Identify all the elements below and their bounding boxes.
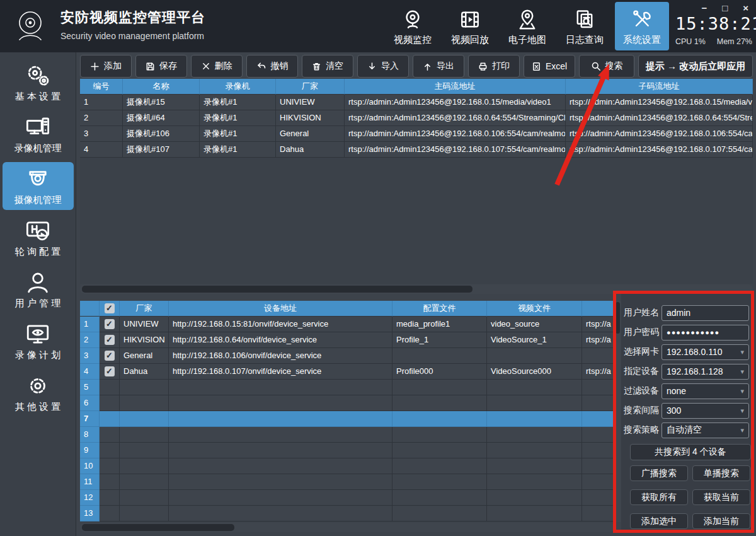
cell-vendor: UNIVIEW <box>276 95 345 110</box>
nav-item-video-monitor[interactable]: 视频监控 <box>386 0 440 52</box>
minimize-button[interactable]: − <box>701 3 707 14</box>
cell-checkbox[interactable]: ✓ <box>100 332 120 348</box>
device-row[interactable]: 3 ✓ General http://192.168.0.106/onvif/d… <box>80 348 614 364</box>
sidebar-item-camera-management[interactable]: 摄像机管理 <box>3 162 74 210</box>
cell-sub-stream: rtsp://admin:Admin123456@192.168.0.106:5… <box>566 126 753 142</box>
camera-row[interactable]: 4 摄像机#107 录像机#1 Dahua rtsp://admin:Admin… <box>80 142 753 158</box>
sidebar-item-basic-settings[interactable]: 基 本 设 置 <box>3 59 74 107</box>
print-button[interactable]: 打印 <box>468 55 520 78</box>
undo-button[interactable]: 撤销 <box>246 55 298 78</box>
unicast-search-button[interactable]: 单播搜索 <box>692 465 750 481</box>
col-header-main-stream[interactable]: 主码流地址 <box>345 79 566 95</box>
cell-num: 9 <box>80 443 100 458</box>
device-row[interactable]: 10 <box>80 458 614 474</box>
cell-checkbox[interactable]: ✓ <box>100 348 120 364</box>
device-row[interactable]: 13 <box>80 506 614 521</box>
import-button[interactable]: 导入 <box>357 55 409 78</box>
add-button[interactable]: 添加 <box>80 55 132 78</box>
device-row[interactable]: 12 <box>80 490 614 506</box>
row-checkbox[interactable]: ✓ <box>105 335 115 345</box>
device-table-vscrollbar[interactable] <box>614 301 621 522</box>
app-title: 安防视频监控管理平台 <box>60 8 205 27</box>
row-checkbox[interactable]: ✓ <box>105 366 115 376</box>
username-input[interactable] <box>667 308 744 318</box>
cell-checkbox[interactable] <box>100 506 120 521</box>
scrollbar-thumb[interactable] <box>82 286 472 293</box>
save-button[interactable]: 保存 <box>135 55 187 78</box>
strategy-select[interactable]: 自动清空 ▾ <box>662 422 749 438</box>
add-selected-button[interactable]: 添加选中 <box>630 513 688 529</box>
cell-checkbox[interactable]: ✓ <box>100 364 120 380</box>
device-row[interactable]: 6 <box>80 395 614 411</box>
cell-num: 2 <box>80 332 100 348</box>
col-header-vendor[interactable]: 厂家 <box>276 79 345 95</box>
broadcast-search-button[interactable]: 广播搜索 <box>630 465 688 481</box>
filter-select[interactable]: none ▾ <box>662 383 749 399</box>
col-header-stream[interactable] <box>582 301 614 317</box>
device-row[interactable]: 8 <box>80 427 614 443</box>
nav-item-system-settings[interactable]: 系统设置 <box>615 2 669 50</box>
col-header-video[interactable]: 视频文件 <box>487 301 582 317</box>
clear-button[interactable]: 清空 <box>302 55 353 78</box>
col-header-checkbox[interactable]: ✓ <box>100 301 120 317</box>
cell-checkbox[interactable] <box>100 395 120 411</box>
interval-select[interactable]: 300 ▾ <box>662 403 749 419</box>
cell-vendor: General <box>120 348 169 364</box>
sidebar-item-other-settings[interactable]: 其 他 设 置 <box>3 369 74 417</box>
col-header-num[interactable]: 编号 <box>80 79 123 95</box>
cell-checkbox[interactable] <box>100 458 120 474</box>
close-button[interactable]: × <box>743 3 748 14</box>
device-row[interactable]: 2 ✓ HIKVISION http://192.168.0.64/onvif/… <box>80 332 614 348</box>
nav-item-video-playback[interactable]: 视频回放 <box>443 0 497 52</box>
add-current-button[interactable]: 添加当前 <box>692 513 750 529</box>
device-row[interactable]: 9 <box>80 443 614 458</box>
cell-checkbox[interactable] <box>100 427 120 443</box>
device-select[interactable]: 192.168.1.128 ▾ <box>662 364 749 380</box>
select-all-checkbox[interactable]: ✓ <box>105 303 115 313</box>
col-header-sub-stream[interactable]: 子码流地址 <box>566 79 753 95</box>
device-row[interactable]: 11 <box>80 474 614 490</box>
cell-checkbox[interactable] <box>100 443 120 458</box>
cell-checkbox[interactable] <box>100 411 120 427</box>
get-current-button[interactable]: 获取当前 <box>692 489 750 505</box>
device-table-hscrollbar[interactable] <box>80 523 614 532</box>
sidebar-item-user-management[interactable]: 用 户 管 理 <box>3 265 74 313</box>
search-button[interactable]: 搜索 <box>579 55 634 78</box>
device-row[interactable]: 1 ✓ UNIVIEW http://192.168.0.15:81/onvif… <box>80 317 614 332</box>
sidebar-item-recorder-management[interactable]: 录像机管理 <box>3 110 74 158</box>
cell-checkbox[interactable] <box>100 474 120 490</box>
col-header-vendor[interactable]: 厂家 <box>120 301 169 317</box>
cell-checkbox[interactable] <box>100 490 120 506</box>
nav-item-log-query[interactable]: 日志查询 <box>558 0 612 52</box>
export-button[interactable]: 导出 <box>413 55 464 78</box>
row-checkbox[interactable]: ✓ <box>105 319 115 329</box>
cell-checkbox[interactable] <box>100 380 120 395</box>
cell-main-stream: rtsp://admin:Admin123456@192.168.0.15/me… <box>345 95 566 110</box>
interval-label: 搜索间隔 <box>624 405 662 416</box>
device-row[interactable]: 5 <box>80 380 614 395</box>
cell-checkbox[interactable]: ✓ <box>100 317 120 332</box>
col-header-profile[interactable]: 配置文件 <box>392 301 487 317</box>
nic-select[interactable]: 192.168.0.110 ▾ <box>662 344 749 360</box>
device-row[interactable]: 4 ✓ Dahua http://192.168.0.107/onvif/dev… <box>80 364 614 380</box>
col-header-address[interactable]: 设备地址 <box>169 301 392 317</box>
maximize-button[interactable]: □ <box>722 3 728 14</box>
row-checkbox[interactable]: ✓ <box>105 351 115 361</box>
sidebar-item-polling-config[interactable]: 轮 询 配 置 <box>3 214 74 262</box>
nav-item-e-map[interactable]: 电子地图 <box>500 0 554 52</box>
device-row-selected[interactable]: 7 <box>80 411 614 427</box>
camera-row[interactable]: 2 摄像机#64 录像机#1 HIKVISION rtsp://admin:Ad… <box>80 110 753 126</box>
camera-row[interactable]: 1 摄像机#15 录像机#1 UNIVIEW rtsp://admin:Admi… <box>80 95 753 110</box>
sidebar-item-recording-plan[interactable]: 录 像 计 划 <box>3 317 74 365</box>
get-all-button[interactable]: 获取所有 <box>630 489 688 505</box>
col-header-name[interactable]: 名称 <box>123 79 200 95</box>
button-label: 删除 <box>215 61 232 72</box>
password-input[interactable] <box>667 329 744 336</box>
excel-button[interactable]: Excel <box>524 55 575 78</box>
interval-field-row: 搜索间隔 300 ▾ <box>624 402 753 419</box>
camera-row[interactable]: 3 摄像机#106 录像机#1 General rtsp://admin:Adm… <box>80 126 753 142</box>
scrollbar-thumb[interactable] <box>82 524 234 531</box>
col-header-recorder[interactable]: 录像机 <box>200 79 276 95</box>
delete-button[interactable]: 删除 <box>191 55 243 78</box>
scrollbar-thumb[interactable] <box>616 302 620 334</box>
